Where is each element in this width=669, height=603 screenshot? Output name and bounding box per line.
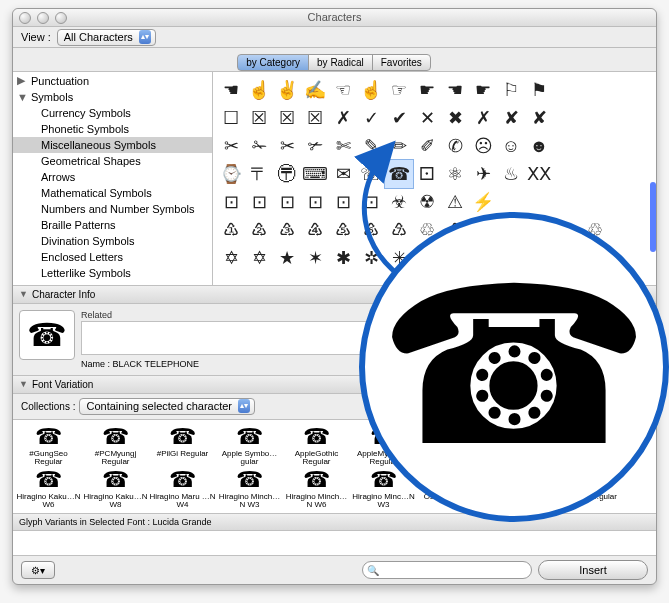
- glyph-cell[interactable]: ✃: [301, 132, 329, 160]
- glyph-cell[interactable]: ☐: [217, 104, 245, 132]
- glyph-cell[interactable]: ✘: [525, 104, 553, 132]
- glyph-cell[interactable]: ✕: [413, 104, 441, 132]
- glyph-cell[interactable]: ☛: [413, 76, 441, 104]
- glyph-cell[interactable]: ✓: [357, 104, 385, 132]
- glyph-cell[interactable]: ♲: [413, 216, 441, 244]
- glyph-cell[interactable]: ☢: [413, 188, 441, 216]
- tree-item[interactable]: Enclosed Letters: [13, 249, 212, 265]
- glyph-cell[interactable]: ♸: [357, 216, 385, 244]
- tree-item[interactable]: Currency Symbols: [13, 105, 212, 121]
- glyph-cell[interactable]: ☝: [357, 76, 385, 104]
- glyph-cell[interactable]: ⊡: [301, 188, 329, 216]
- font-swatch[interactable]: ☎Hiragino Kaku…: [551, 424, 618, 467]
- glyph-cell[interactable]: ⚀: [413, 160, 441, 188]
- glyph-cell[interactable]: ⅩⅩ: [525, 160, 553, 188]
- font-swatch[interactable]: ☎#PilGi Regular: [149, 424, 216, 467]
- font-swatch[interactable]: ☎Osaka Regu…Mono: [484, 467, 551, 510]
- collections-select[interactable]: Containing selected character ▴▾: [79, 398, 255, 415]
- glyph-cell[interactable]: ♹: [385, 216, 413, 244]
- glyph-cell[interactable]: ♽: [525, 216, 553, 244]
- glyph-cell[interactable]: ✈: [469, 160, 497, 188]
- glyph-grid[interactable]: ☚☝✌✍☜☝☞☛☚☛⚐⚑☐☒☒☒✗✓✔✕✖✗✘✘✂✁✂✃✄✎✏✐✆☹☺☻⌚〒〶⌨…: [213, 72, 656, 285]
- font-swatch[interactable]: ☎#GungSeo Regular: [15, 424, 82, 467]
- glyph-cell[interactable]: ✂: [217, 132, 245, 160]
- glyph-cell[interactable]: ⚡: [469, 188, 497, 216]
- glyph-cell[interactable]: ✱: [469, 244, 497, 272]
- glyph-cell[interactable]: ✂: [273, 132, 301, 160]
- glyph-cell[interactable]: ✐: [413, 132, 441, 160]
- glyph-cell[interactable]: ⌨: [301, 160, 329, 188]
- font-swatch[interactable]: ☎Arial Unico…gular: [417, 424, 484, 467]
- glyph-cell[interactable]: ✌: [273, 76, 301, 104]
- glyph-cell[interactable]: ☏: [357, 160, 385, 188]
- glyph-cell[interactable]: ✆: [441, 132, 469, 160]
- glyph-cell[interactable]: ✴: [413, 244, 441, 272]
- view-select[interactable]: All Characters ▴▾: [57, 29, 156, 46]
- glyph-cell[interactable]: ⊡: [329, 188, 357, 216]
- glyph-cell[interactable]: ♲: [581, 216, 609, 244]
- glyph-cell[interactable]: ✲: [357, 244, 385, 272]
- glyph-cell[interactable]: ☒: [273, 104, 301, 132]
- glyph-cell[interactable]: ☺: [497, 132, 525, 160]
- insert-button[interactable]: Insert: [538, 560, 648, 580]
- glyph-cell[interactable]: ✖: [441, 104, 469, 132]
- font-swatch[interactable]: ☎Hiragino Minch…N W3: [216, 467, 283, 510]
- glyph-cell[interactable]: ☒: [245, 104, 273, 132]
- glyph-cell[interactable]: ⊡: [357, 188, 385, 216]
- glyph-cell[interactable]: ✗: [469, 104, 497, 132]
- glyph-cell[interactable]: ♺: [441, 216, 469, 244]
- tree-item[interactable]: Miscellaneous Symbols: [13, 137, 212, 153]
- tab-favorites[interactable]: Favorites: [372, 54, 431, 71]
- glyph-cell[interactable]: ⊡: [273, 188, 301, 216]
- glyph-cell[interactable]: ♶: [301, 216, 329, 244]
- tree-item[interactable]: Divination Symbols: [13, 233, 212, 249]
- glyph-cell[interactable]: ⚛: [441, 160, 469, 188]
- glyph-cell[interactable]: ☻: [525, 132, 553, 160]
- glyph-cell[interactable]: ✏: [385, 132, 413, 160]
- glyph-cell[interactable]: 〶: [273, 160, 301, 188]
- glyph-cell[interactable]: ☣: [385, 188, 413, 216]
- font-variation-header[interactable]: ▼ Font Variation: [13, 375, 656, 394]
- glyph-cell[interactable]: ⌚: [217, 160, 245, 188]
- minimize-icon[interactable]: [37, 12, 49, 24]
- tree-item[interactable]: Mathematical Symbols: [13, 185, 212, 201]
- font-swatch[interactable]: ☎AppleGothic Regular: [283, 424, 350, 467]
- glyph-cell[interactable]: ⊡: [245, 188, 273, 216]
- font-swatch[interactable]: ☎Apple Symbo…gular: [216, 424, 283, 467]
- glyph-cell[interactable]: ☛: [469, 76, 497, 104]
- glyph-cell[interactable]: ✘: [497, 104, 525, 132]
- glyph-cell[interactable]: ♳: [217, 216, 245, 244]
- glyph-cell[interactable]: 〒: [245, 160, 273, 188]
- glyph-cell[interactable]: ✳: [385, 244, 413, 272]
- glyph-cell[interactable]: ★: [273, 244, 301, 272]
- glyph-cell[interactable]: ☚: [217, 76, 245, 104]
- tree-item[interactable]: Braille Patterns: [13, 217, 212, 233]
- glyph-cell[interactable]: ✁: [245, 132, 273, 160]
- font-swatch[interactable]: ☎Osaka Regular: [417, 467, 484, 510]
- font-swatch[interactable]: ☎Hiragino Kaku…N W6: [15, 467, 82, 510]
- tree-item[interactable]: Numbers and Number Symbols: [13, 201, 212, 217]
- glyph-cell[interactable]: ♾: [553, 216, 581, 244]
- font-swatch[interactable]: ☎#PCMyungj Regular: [82, 424, 149, 467]
- glyph-cell[interactable]: ✍: [301, 76, 329, 104]
- glyph-cell[interactable]: ✶: [301, 244, 329, 272]
- glyph-cell[interactable]: ✄: [329, 132, 357, 160]
- font-swatch-grid[interactable]: ☎#GungSeo Regular☎#PCMyungj Regular☎#Pil…: [13, 419, 656, 514]
- glyph-cell[interactable]: ⚑: [525, 76, 553, 104]
- tree-item[interactable]: Letterlike Symbols: [13, 265, 212, 281]
- glyph-cell[interactable]: ☝: [245, 76, 273, 104]
- font-swatch[interactable]: ☎Hiragino Kaku…N W8: [82, 467, 149, 510]
- glyph-cell[interactable]: ✗: [329, 104, 357, 132]
- glyph-cell[interactable]: ♨: [497, 160, 525, 188]
- font-swatch[interactable]: ☎Hiragino Maru …N W4: [149, 467, 216, 510]
- glyph-cell[interactable]: ♻: [469, 216, 497, 244]
- glyph-cell[interactable]: ☹: [469, 132, 497, 160]
- glyph-cell[interactable]: ✱: [329, 244, 357, 272]
- zoom-icon[interactable]: [55, 12, 67, 24]
- glyph-cell[interactable]: ☜: [329, 76, 357, 104]
- glyph-cell[interactable]: ♼: [497, 216, 525, 244]
- tree-item[interactable]: Geometrical Shapes: [13, 153, 212, 169]
- tree-item[interactable]: Phonetic Symbols: [13, 121, 212, 137]
- glyph-cell[interactable]: ✔: [385, 104, 413, 132]
- font-swatch[interactable]: ☎Zapf Dingb…gular: [551, 467, 618, 510]
